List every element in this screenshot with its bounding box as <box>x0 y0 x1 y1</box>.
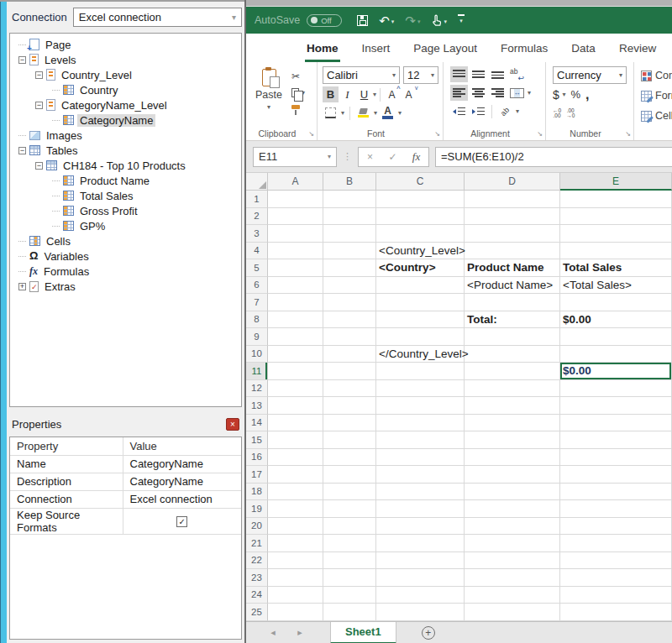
grid-cell-a22[interactable] <box>268 552 323 570</box>
grid-cell-e3[interactable] <box>560 225 672 243</box>
grid-cell-b18[interactable] <box>323 484 376 501</box>
tree-item-variables[interactable]: ΩVariables <box>10 248 241 264</box>
insert-function-icon[interactable]: fx <box>404 150 428 164</box>
grid-cell-c14[interactable] <box>376 415 465 432</box>
grid-cell-a7[interactable] <box>268 294 323 311</box>
row-header-5[interactable]: 5 <box>246 259 268 277</box>
decrease-indent-button[interactable] <box>450 103 468 119</box>
grid-cell-e4[interactable] <box>560 243 672 260</box>
grid-cell-d16[interactable] <box>465 449 560 467</box>
copy-button[interactable]: ▾ <box>290 85 307 101</box>
dialog-launcher-icon[interactable]: ↘ <box>625 130 631 138</box>
grid-cell-a8[interactable] <box>268 311 323 329</box>
grid-cell-b8[interactable] <box>323 311 376 329</box>
grid-cell-b6[interactable] <box>323 277 376 295</box>
grid-cell-e24[interactable] <box>560 587 672 604</box>
grid-cell-d25[interactable] <box>465 604 560 621</box>
percent-style-button[interactable]: % <box>570 86 580 102</box>
grid-cell-c7[interactable] <box>376 294 465 311</box>
format-painter-button[interactable] <box>290 102 307 118</box>
grid-cell-a13[interactable] <box>268 397 323 415</box>
tree-item-page[interactable]: Page <box>10 37 241 52</box>
grid-cell-d9[interactable] <box>465 328 560 346</box>
chevron-down-icon[interactable]: ▾ <box>341 109 344 117</box>
grid-cell-a17[interactable] <box>268 466 323 484</box>
grid-cell-c11[interactable] <box>376 363 465 380</box>
grid-cell-e14[interactable] <box>560 415 672 432</box>
grid-cell-b25[interactable] <box>323 604 376 621</box>
grid-cell-b9[interactable] <box>323 328 376 346</box>
grid-cell-c21[interactable] <box>376 535 465 552</box>
tree-item-tables[interactable]: −Tables <box>10 143 241 158</box>
grid-cell-c3[interactable] <box>376 225 465 243</box>
row-header-17[interactable]: 17 <box>246 466 268 484</box>
row-header-3[interactable]: 3 <box>246 225 268 243</box>
row-header-6[interactable]: 6 <box>246 277 268 295</box>
bottom-align-button[interactable] <box>489 66 507 82</box>
comma-style-button[interactable]: , <box>585 86 589 102</box>
row-header-13[interactable]: 13 <box>246 397 268 415</box>
grid-cell-c10[interactable]: </Country_Level> <box>376 346 465 363</box>
chevron-down-icon[interactable]: ▾ <box>373 91 376 98</box>
grid-cell-a18[interactable] <box>268 484 323 501</box>
grid-cell-a19[interactable] <box>268 500 323 518</box>
grid-cell-c2[interactable] <box>376 208 465 226</box>
row-header-4[interactable]: 4 <box>246 243 268 260</box>
grid-cell-c8[interactable] <box>376 311 465 329</box>
grid-cell-d12[interactable] <box>465 380 560 398</box>
expander-icon[interactable]: − <box>35 102 43 109</box>
grid-cell-c9[interactable] <box>376 328 465 346</box>
tree-item-country-level[interactable]: −Country_Level <box>10 67 241 82</box>
underline-button[interactable]: U <box>356 86 372 102</box>
row-header-1[interactable]: 1 <box>246 191 268 208</box>
accounting-format-button[interactable]: $ ▾ <box>553 86 565 102</box>
grid-cell-e10[interactable] <box>560 346 672 363</box>
grid-cell-d5[interactable]: Product Name <box>465 259 560 277</box>
grid-cell-d19[interactable] <box>465 500 560 518</box>
align-right-button[interactable] <box>489 85 507 101</box>
grid-cell-d18[interactable] <box>465 484 560 501</box>
grid-cell-d13[interactable] <box>465 397 560 415</box>
enter-check-icon[interactable]: ✓ <box>381 151 404 163</box>
grid-cell-c1[interactable] <box>376 191 465 208</box>
grid-cell-d11[interactable] <box>465 363 560 380</box>
grid-cell-b16[interactable] <box>323 449 376 467</box>
grid-cell-b2[interactable] <box>323 208 376 226</box>
grid-cell-b17[interactable] <box>323 466 376 484</box>
column-header-a[interactable]: A <box>268 173 323 191</box>
grid-cell-e2[interactable] <box>560 208 672 226</box>
top-align-button[interactable] <box>450 66 468 82</box>
tree-item-gross-profit[interactable]: Gross Profit <box>10 203 241 218</box>
row-header-15[interactable]: 15 <box>246 431 268 449</box>
grid-cell-a6[interactable] <box>268 277 323 295</box>
bold-button[interactable]: B <box>323 86 339 102</box>
chevron-down-icon[interactable]: ▾ <box>398 109 402 117</box>
wrap-text-button[interactable]: ab↩ <box>508 66 526 82</box>
grid-cell-b1[interactable] <box>323 191 376 208</box>
borders-button[interactable] <box>323 105 339 121</box>
column-header-c[interactable]: C <box>376 173 465 191</box>
fill-color-button[interactable] <box>355 105 371 121</box>
grid-cell-c17[interactable] <box>376 466 465 484</box>
tree-item-categoryname[interactable]: CategoryName <box>10 112 241 128</box>
grid-cell-c23[interactable] <box>376 569 465 587</box>
grid-cell-d10[interactable] <box>465 346 560 363</box>
tree-item-product-name[interactable]: Product Name <box>10 173 241 188</box>
checkbox-checked-icon[interactable]: ✓ <box>176 516 187 527</box>
row-header-7[interactable]: 7 <box>246 294 268 311</box>
row-header-22[interactable]: 22 <box>246 552 268 570</box>
select-all-corner[interactable] <box>246 173 268 191</box>
tree-item-total-sales[interactable]: Total Sales <box>10 188 241 203</box>
grid-cell-e20[interactable] <box>560 518 672 536</box>
undo-button[interactable]: ↶ ▾ <box>379 14 394 27</box>
close-icon[interactable]: × <box>226 418 239 431</box>
tree-item-country[interactable]: Country <box>10 82 241 97</box>
expander-icon[interactable]: + <box>18 283 26 290</box>
grid-cell-e21[interactable] <box>560 535 672 552</box>
grid-cell-e1[interactable] <box>560 191 672 208</box>
align-center-button[interactable] <box>470 85 487 101</box>
grid-cell-e18[interactable] <box>560 484 672 501</box>
grid-cell-b23[interactable] <box>323 569 376 587</box>
expander-icon[interactable]: − <box>18 147 26 154</box>
row-header-8[interactable]: 8 <box>246 311 268 329</box>
